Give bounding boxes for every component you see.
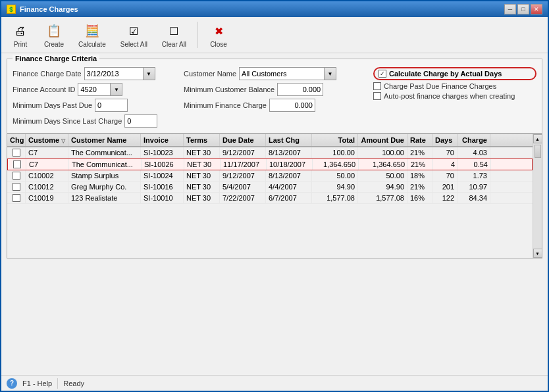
min-finance-charge-label: Minimum Finance Charge	[184, 101, 267, 109]
th-chg[interactable]: Chg	[7, 134, 26, 146]
min-customer-balance-input[interactable]	[277, 83, 323, 96]
scrollbar: ▲ ▼	[533, 134, 542, 258]
th-charge[interactable]: Charge	[458, 134, 490, 146]
td-rate: 21%	[407, 182, 432, 192]
td-amount-due: 1,577.08	[358, 193, 407, 203]
th-total[interactable]: Total	[312, 134, 358, 146]
min-days-since-last-field: Minimum Days Since Last Charge	[13, 114, 184, 128]
main-window: 💲 Finance Charges ─ □ ✕ 🖨 Print 📋 Create…	[0, 0, 549, 392]
min-finance-charge-field: Minimum Finance Charge	[184, 99, 368, 112]
maximize-button[interactable]: □	[517, 4, 529, 14]
charge-past-due-checkbox[interactable]	[373, 82, 381, 90]
table-row[interactable]: C10019 123 Realistate SI-10010 NET 30 7/…	[7, 193, 533, 204]
th-terms[interactable]: Terms	[184, 134, 220, 146]
sort-arrow: ▽	[61, 138, 65, 144]
min-days-since-last-input[interactable]	[124, 114, 157, 128]
td-chg[interactable]	[7, 193, 26, 203]
td-due-date: 11/17/2007	[221, 159, 267, 170]
status-text: Ready	[63, 380, 84, 387]
scroll-down-button[interactable]: ▼	[533, 249, 542, 258]
clear-all-icon: ☐	[165, 22, 183, 40]
td-chg[interactable]	[8, 159, 26, 170]
finance-account-id-dropdown[interactable]: ▼	[111, 83, 122, 96]
td-amount-due: 1,364.650	[359, 159, 408, 170]
clear-all-button[interactable]: ☐ Clear All	[157, 20, 191, 50]
calc-by-actual-days-row: Calculate Charge by Actual Days	[373, 67, 536, 80]
th-amount-due[interactable]: Amount Due	[358, 134, 407, 146]
min-finance-charge-input[interactable]	[269, 99, 315, 112]
td-customer-id: C10002	[26, 170, 68, 181]
td-charge: 10.97	[458, 182, 490, 192]
table-container: Chg Custome ▽ Customer Name Invoice Term…	[7, 134, 542, 258]
th-customer[interactable]: Custome ▽	[26, 134, 68, 146]
td-charge: 84.34	[458, 193, 490, 203]
th-rate[interactable]: Rate	[407, 134, 432, 146]
help-label[interactable]: F1 - Help	[22, 380, 52, 387]
criteria-panel: Finance Charge Criteria Finance Charge D…	[7, 59, 542, 134]
auto-post-label: Auto-post finance charges when creating	[384, 92, 515, 100]
th-customer-name[interactable]: Customer Name	[68, 134, 141, 146]
calc-by-actual-days-checkbox[interactable]	[379, 70, 386, 78]
toolbar: 🖨 Print 📋 Create 🧮 Calculate ☑ Select Al…	[1, 17, 548, 53]
calculate-icon: 🧮	[83, 22, 101, 40]
td-chg[interactable]	[7, 147, 26, 158]
create-label: Create	[44, 41, 64, 48]
td-days: 70	[432, 170, 458, 181]
finance-account-id-input[interactable]	[78, 83, 111, 96]
td-terms: NET 30	[184, 193, 220, 203]
calc-by-actual-days-label: Calculate Charge by Actual Days	[389, 70, 502, 78]
title-bar-left: 💲 Finance Charges	[7, 5, 78, 14]
th-last-chg[interactable]: Last Chg	[266, 134, 312, 146]
criteria-form: Finance Charge Date ▼ Finance Account ID…	[13, 67, 536, 128]
row-checkbox-2[interactable]	[13, 172, 20, 180]
finance-charge-date-label: Finance Charge Date	[13, 70, 82, 78]
select-all-button[interactable]: ☑ Select All	[116, 20, 152, 50]
select-all-icon: ☑	[124, 22, 143, 40]
customer-name-wrapper: ▼	[239, 67, 336, 80]
td-chg[interactable]	[7, 170, 26, 181]
table-inner: Chg Custome ▽ Customer Name Invoice Term…	[7, 134, 533, 258]
row-checkbox-4[interactable]	[13, 194, 20, 202]
scroll-up-button[interactable]: ▲	[533, 134, 542, 143]
print-button[interactable]: 🖨 Print	[7, 20, 34, 50]
row-checkbox-3[interactable]	[13, 183, 20, 191]
td-total: 1,364.650	[313, 159, 359, 170]
td-last-chg: 10/18/2007	[267, 159, 313, 170]
calculate-button[interactable]: 🧮 Calculate	[74, 20, 111, 50]
row-checkbox-0[interactable]	[13, 149, 20, 157]
customer-name-input[interactable]	[239, 67, 325, 80]
window-icon: 💲	[7, 5, 16, 14]
table-row[interactable]: C7 The Communicat... SI-10023 NET 30 9/1…	[7, 147, 533, 159]
th-due-date[interactable]: Due Date	[220, 134, 266, 146]
table-row[interactable]: C10012 Greg Murphy Co. SI-10016 NET 30 5…	[7, 182, 533, 193]
th-invoice[interactable]: Invoice	[141, 134, 184, 146]
right-options: Calculate Charge by Actual Days Charge P…	[368, 67, 536, 100]
charge-past-due-row: Charge Past Due Finance Charges	[373, 82, 536, 90]
td-rate: 21%	[408, 159, 433, 170]
td-chg[interactable]	[7, 182, 26, 192]
td-amount-due: 100.00	[358, 147, 407, 158]
td-customer-id: C7	[26, 147, 68, 158]
customer-name-dropdown[interactable]: ▼	[325, 67, 336, 80]
window-close-button[interactable]: ✕	[531, 4, 542, 14]
criteria-col-2: Customer Name ▼ Minimum Customer Balance…	[184, 67, 368, 112]
table-row[interactable]: C10002 Stamp Surplus SI-10024 NET 30 9/1…	[7, 170, 533, 182]
finance-charge-date-input[interactable]	[84, 67, 144, 80]
table-row[interactable]: C7 The Communicat... SI-10026 NET 30 11/…	[7, 159, 533, 170]
scroll-thumb[interactable]	[535, 145, 541, 158]
create-button[interactable]: 📋 Create	[39, 20, 68, 50]
td-rate: 18%	[407, 170, 432, 181]
toolbar-separator	[197, 22, 198, 48]
minimize-button[interactable]: ─	[504, 4, 516, 14]
td-charge: 1.73	[458, 170, 490, 181]
auto-post-checkbox[interactable]	[373, 92, 381, 100]
td-invoice: SI-10024	[141, 170, 184, 181]
finance-charge-date-dropdown[interactable]: ▼	[144, 67, 155, 80]
min-days-past-due-input[interactable]	[95, 99, 128, 112]
td-amount-due: 50.00	[358, 170, 407, 181]
close-button[interactable]: ✖ Close	[205, 20, 232, 50]
finance-account-id-field: Finance Account ID ▼	[13, 83, 184, 96]
td-customer-id: C10019	[26, 193, 68, 203]
th-days[interactable]: Days	[432, 134, 458, 146]
row-checkbox-1[interactable]	[13, 160, 21, 168]
